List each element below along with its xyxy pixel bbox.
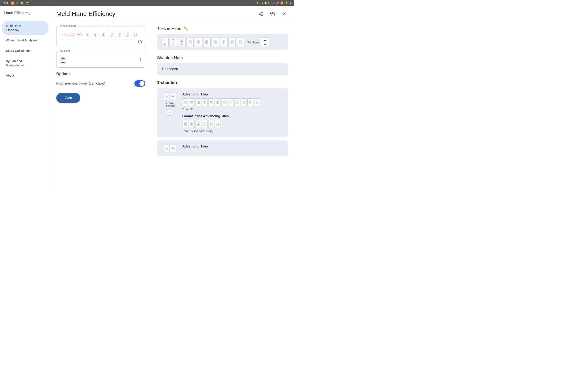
advancing-title-2: Advancing Tiles [182, 145, 284, 148]
tile-2man: 二🀇 [68, 30, 75, 39]
sidebar-item-score-calculation[interactable]: Score Calculation [2, 46, 48, 56]
time: 20:39 [2, 1, 9, 5]
adv-tile-1b: 🀐 [221, 98, 227, 106]
gs-tile-6p: 🀚 [189, 120, 195, 128]
share-button[interactable] [257, 10, 265, 18]
edit-icon[interactable]: ✏️ [184, 26, 188, 31]
to-claim-count: 1 [137, 58, 142, 62]
result-card-2: 🀂 🀙 Advancing Tiles [157, 140, 288, 156]
screenshot-icon: 📷 [25, 1, 29, 5]
to-claim-display-tile: ●●●● [261, 37, 269, 47]
status-right: ⚡ 🌙 ◐ 6.70 KB/s 📶 🔋 26 [256, 1, 292, 4]
wifi-icon: 📶 [11, 1, 15, 5]
tile-3b: 🀒 [124, 30, 131, 39]
advancing-title-1: Advancing Tiles [182, 93, 284, 96]
close-button[interactable] [281, 10, 288, 18]
toggle-track [134, 80, 145, 87]
bluetooth-icon: ⚡ [256, 1, 259, 4]
sidebar-item-label: Score Calculation [6, 49, 31, 53]
toggle-from-previous-player[interactable] [134, 80, 145, 87]
battery-icon: 🔋 26 [285, 1, 292, 4]
display-tile-1man: 一🀇 [161, 38, 168, 47]
tiles-in-hand-row: 一🀇 二🀇 三🀇 🀂 🀙 🀚 🀐 🀑 🀒 🀓 10 [60, 30, 142, 44]
tile-3man: 三🀇 [76, 30, 83, 39]
tiles-display-box: 一🀇 二🀇 三🀇 🀂 🀙 🀚 🀐 🀑 🀒 🀓 To claim: ●●●● [157, 34, 288, 50]
sidebar-item-about[interactable]: About [2, 71, 48, 80]
to-claim-group[interactable]: To claim ●● ●● 1 [56, 51, 145, 68]
chow-tile-2-2: 🀙 [170, 145, 176, 152]
content-area: Tiles in Hand 一🀇 二🀇 三🀇 🀂 🀙 🀚 🀐 🀑 [50, 21, 294, 193]
tile-1man: 一🀇 [60, 30, 67, 39]
tile-5z: 🀂 [84, 30, 91, 39]
tile-4b: 🀓 [132, 30, 139, 39]
notification-icon: 🔔 [20, 1, 24, 5]
tiles-in-hand-section-header: Tiles in Hand ✏️ [157, 26, 288, 31]
result-section: 1-shanten 🀂 🀙 Chow,Discard [157, 80, 288, 156]
gs-tile-3b: 🀒 [208, 120, 214, 128]
good-total-text-1: Total: 17 (51.52% of all) [182, 129, 284, 133]
display-tile-3b: 🀒 [229, 38, 236, 47]
sidebar-item-meld-hand-efficiency[interactable]: Meld HandEfficiency [2, 21, 48, 35]
sidebar-item-label: By Fan andMaintenance [6, 59, 24, 67]
adv-tile-7b: 🀖 [254, 98, 260, 106]
calc-button[interactable]: Calc [56, 93, 80, 103]
wifi-status-icon: 📶 [280, 1, 284, 4]
display-tile-2b: 🀑 [220, 38, 227, 47]
gs-tile-7b: 🀖 [215, 120, 221, 128]
tile-1b: 🀐 [108, 30, 115, 39]
sidebar: Hand Efficiency Meld HandEfficiency Wini… [0, 6, 50, 193]
result-card-1-left: 🀂 🀙 Chow,Discard 🀂 [161, 93, 178, 133]
action-tiles-2: 🀂 🀙 [164, 145, 176, 152]
tiles-in-hand-label: Tiles in Hand [59, 24, 76, 27]
svg-point-0 [261, 12, 263, 13]
tile-2b: 🀑 [116, 30, 123, 39]
action-tiles-1: 🀂 🀙 [164, 93, 176, 100]
chow-tile-2: 🀙 [170, 93, 176, 100]
gs-tile-1b: 🀐 [195, 120, 201, 128]
sidebar-item-wining-hand-analyses[interactable]: Wining Hand Analyses [2, 35, 48, 45]
gs-tile-5p: 🀙 [182, 120, 188, 128]
status-left: 20:39 📶 ⚙ 🔔 📷 [2, 1, 29, 5]
sidebar-item-label: Wining Hand Analyses [6, 38, 37, 42]
adv-tile-2b: 🀑 [228, 98, 234, 106]
data-speed: 6.70 KB/s [268, 1, 279, 4]
tile-5p: 🀙 [92, 30, 99, 39]
shanten-section: Shanten Num 1-shanten [157, 55, 288, 75]
sidebar-title: Hand Efficiency [0, 11, 50, 20]
tiles-in-hand-group[interactable]: Tiles in Hand 一🀇 二🀇 三🀇 🀂 🀙 🀚 🀐 🀑 [56, 26, 145, 47]
settings-icon: ⚙ [16, 1, 19, 5]
chow-tile-1: 🀂 [164, 93, 169, 100]
gs-tile-2b: 🀑 [202, 120, 208, 128]
dark-mode-icon: ◐ [265, 1, 267, 4]
shanten-num-box: 1-shanten [157, 63, 288, 75]
sidebar-item-by-fan-and[interactable]: By Fan andMaintenance [2, 56, 48, 70]
action-row-2: 🀂 🀙 [164, 145, 176, 152]
option-label: From previous player (can chow) [56, 81, 105, 86]
discard-tile-1: 🀂 [167, 109, 172, 116]
main-content: Meld Hand Efficiency [50, 6, 294, 193]
to-claim-tile-1: ●● [60, 56, 66, 59]
adv-tile-6p: 🀚 [195, 98, 201, 106]
discard-tiles-1: 🀂 [167, 109, 172, 116]
adv-tile-8p: 🀜 [208, 98, 214, 106]
history-button[interactable] [269, 10, 276, 18]
adv-tile-3b: 🀒 [234, 98, 240, 106]
good-shape-tiles-row-1: 🀙 🀚 🀐 🀑 🀒 🀖 [182, 120, 284, 128]
options-title: Options [56, 72, 145, 76]
tiles-in-hand-count: 10 [135, 40, 142, 44]
good-shape-title-1: Good-Shape Advancing Tiles [182, 114, 284, 118]
adv-tile-5p: 🀙 [189, 98, 195, 106]
svg-line-4 [260, 13, 262, 14]
display-tile-5z: 🀂 [187, 38, 194, 47]
svg-point-2 [261, 15, 263, 16]
total-text-1: Total: 33 [182, 108, 284, 111]
adv-tile-9p: 🀝 [215, 98, 221, 106]
to-claim-tiles-display: ●●●● [261, 37, 269, 47]
display-tile-5p: 🀙 [195, 38, 202, 47]
chow-tile-2-1: 🀂 [164, 145, 169, 152]
left-panel: Tiles in Hand 一🀇 二🀇 三🀇 🀂 🀙 🀚 🀐 🀑 [50, 21, 151, 193]
result-card-2-right: Advancing Tiles [182, 145, 284, 152]
moon-icon: 🌙 [260, 1, 264, 4]
display-tile-2man: 二🀇 [170, 38, 177, 47]
svg-point-1 [259, 13, 260, 15]
